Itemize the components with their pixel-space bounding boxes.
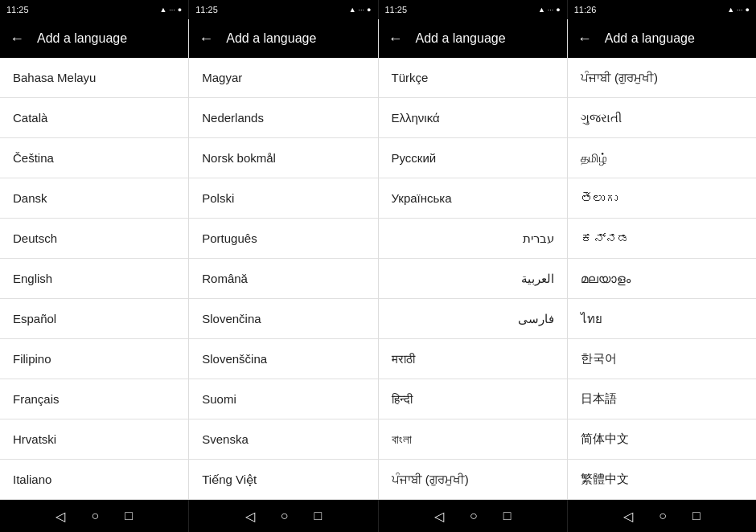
list-item[interactable]: Українська — [379, 178, 567, 219]
back-button-4[interactable]: ← — [577, 31, 592, 47]
panel-4: ← Add a language ਪੰਜਾਬੀ (ਗੁਰਮੁਖੀ) ગુજરાત… — [568, 19, 756, 500]
list-item[interactable]: ਪੰਜਾਬੀ (ਗੁਰਮੁਖੀ) — [379, 460, 567, 500]
lang-list-2[interactable]: Magyar Nederlands Norsk bokmål Polski Po… — [189, 58, 377, 500]
list-item[interactable]: Filipino — [0, 339, 188, 379]
list-item[interactable]: Nederlands — [189, 98, 377, 138]
nav-section-2 — [189, 500, 378, 532]
list-item[interactable]: Polski — [189, 178, 377, 219]
status-panel-4: 11:26 ▲···● — [568, 0, 756, 19]
status-panel-3: 11:25 ▲···● — [379, 0, 568, 19]
list-item[interactable]: Čeština — [0, 138, 188, 178]
list-item[interactable]: 한국어 — [568, 339, 756, 379]
list-item[interactable]: Svenska — [189, 419, 377, 460]
list-item[interactable]: বাংলা — [379, 419, 567, 460]
list-item[interactable]: Hrvatski — [0, 419, 188, 460]
nav-home-2[interactable] — [281, 509, 289, 523]
toolbar-title-2: Add a language — [226, 31, 368, 46]
list-item[interactable]: فارسی — [379, 299, 567, 339]
list-item[interactable]: Deutsch — [0, 219, 188, 259]
nav-back-3[interactable] — [434, 509, 444, 524]
lang-list-3[interactable]: Türkçe Ελληνικά Русский Українська עברית… — [379, 58, 567, 500]
list-item[interactable]: Bahasa Melayu — [0, 58, 188, 98]
status-icons-3: ▲···● — [538, 6, 561, 14]
list-item[interactable]: Norsk bokmål — [189, 138, 377, 178]
list-item-english[interactable]: English — [0, 259, 188, 299]
list-item[interactable]: Slovenščina — [189, 339, 377, 379]
nav-back-4[interactable] — [623, 509, 633, 524]
back-button-1[interactable]: ← — [10, 31, 24, 47]
list-item[interactable]: ไทย — [568, 299, 756, 339]
list-item[interactable]: Dansk — [0, 178, 188, 219]
list-item[interactable]: Română — [189, 259, 377, 299]
nav-home-1[interactable] — [91, 509, 99, 523]
nav-recents-3[interactable] — [503, 509, 512, 523]
status-time-1: 11:25 — [6, 5, 29, 14]
list-item[interactable]: ગુજરાતી — [568, 98, 756, 138]
panel-2: ← Add a language Magyar Nederlands Norsk… — [189, 19, 378, 500]
list-item[interactable]: 简体中文 — [568, 419, 756, 460]
toolbar-title-1: Add a language — [37, 31, 179, 46]
list-item[interactable]: Español — [0, 299, 188, 339]
back-button-3[interactable]: ← — [388, 31, 403, 47]
toolbar-4: ← Add a language — [568, 19, 756, 58]
status-icons-1: ▲···● — [159, 6, 182, 14]
back-button-2[interactable]: ← — [199, 31, 213, 47]
list-item[interactable]: मराठी — [379, 339, 567, 379]
nav-back-1[interactable] — [55, 509, 65, 524]
list-item[interactable]: Italiano — [0, 460, 188, 500]
list-item[interactable]: മലയാളം — [568, 259, 756, 299]
nav-recents-1[interactable] — [125, 509, 133, 523]
list-item[interactable]: Русский — [379, 138, 567, 178]
nav-section-4 — [568, 500, 756, 532]
nav-section-1 — [0, 500, 189, 532]
list-item[interactable]: 日本語 — [568, 379, 756, 419]
status-time-4: 11:26 — [574, 5, 597, 14]
toolbar-3: ← Add a language — [379, 19, 567, 58]
toolbar-1: ← Add a language — [0, 19, 188, 58]
list-item[interactable]: Tiếng Việt — [189, 460, 377, 500]
status-time-3: 11:25 — [385, 5, 408, 14]
list-item[interactable]: 繁體中文 — [568, 460, 756, 500]
list-item[interactable]: हिन्दी — [379, 379, 567, 419]
lang-list-1[interactable]: Bahasa Melayu Català Čeština Dansk Deuts… — [0, 58, 188, 500]
panel-3: ← Add a language Türkçe Ελληνικά Русский… — [379, 19, 568, 500]
list-item[interactable]: Türkçe — [379, 58, 567, 98]
toolbar-2: ← Add a language — [189, 19, 377, 58]
status-time-2: 11:25 — [195, 5, 218, 14]
list-item[interactable]: తెలుగు — [568, 178, 756, 219]
toolbar-title-3: Add a language — [416, 31, 557, 46]
status-icons-4: ▲···● — [727, 6, 750, 14]
lang-list-4[interactable]: ਪੰਜਾਬੀ (ਗੁਰਮੁਖੀ) ગુજરાતી தமிழ் తెలుగు ಕನ… — [568, 58, 756, 500]
list-item[interactable]: العربية — [379, 259, 567, 299]
list-item[interactable]: Ελληνικά — [379, 98, 567, 138]
list-item[interactable]: ਪੰਜਾਬੀ (ਗੁਰਮੁਖੀ) — [568, 58, 756, 98]
toolbar-title-4: Add a language — [605, 31, 746, 46]
list-item[interactable]: Magyar — [189, 58, 377, 98]
list-item[interactable]: עברית — [379, 219, 567, 259]
status-panel-1: 11:25 ▲···● — [0, 0, 189, 19]
nav-recents-4[interactable] — [692, 509, 701, 523]
nav-back-2[interactable] — [245, 509, 255, 524]
list-item[interactable]: Slovenčina — [189, 299, 377, 339]
list-item[interactable]: தமிழ் — [568, 138, 756, 178]
nav-home-4[interactable] — [659, 509, 667, 523]
nav-section-3 — [379, 500, 568, 532]
list-item[interactable]: ಕನ್ನಡ — [568, 219, 756, 259]
status-icons-2: ▲···● — [349, 6, 372, 14]
status-bar: 11:25 ▲···● 11:25 ▲···● 11:25 ▲···● 11:2… — [0, 0, 756, 19]
list-item[interactable]: Português — [189, 219, 377, 259]
list-item[interactable]: Suomi — [189, 379, 377, 419]
nav-bar — [0, 500, 756, 532]
list-item[interactable]: Français — [0, 379, 188, 419]
nav-home-3[interactable] — [470, 509, 478, 523]
panels-container: ← Add a language Bahasa Melayu Català Če… — [0, 19, 756, 500]
panel-1: ← Add a language Bahasa Melayu Català Če… — [0, 19, 189, 500]
nav-recents-2[interactable] — [314, 509, 322, 523]
list-item[interactable]: Català — [0, 98, 188, 138]
status-panel-2: 11:25 ▲···● — [189, 0, 378, 19]
